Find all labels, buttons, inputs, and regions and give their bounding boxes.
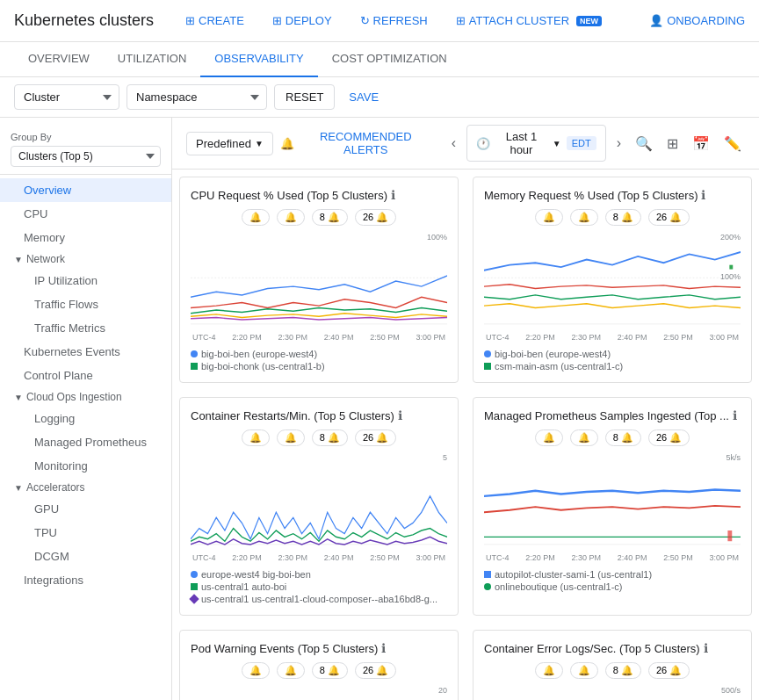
onboarding-button[interactable]: 👤 ONBOARDING <box>649 14 745 27</box>
legend-color <box>484 583 491 590</box>
managed-prometheus-chart-card: Managed Prometheus Samples Ingested (Top… <box>473 397 752 616</box>
sidebar-group-network[interactable]: ▼ Network <box>0 249 171 269</box>
alert-count-8[interactable]: 8 🔔 <box>312 662 348 679</box>
table-view-button[interactable]: ⊞ <box>663 132 682 155</box>
alert-btn-1[interactable]: 🔔 <box>242 429 270 446</box>
edit-button[interactable]: ✏️ <box>720 132 745 155</box>
predefined-button[interactable]: Predefined ▼ <box>186 132 273 155</box>
alert-btn-1[interactable]: 🔔 <box>535 662 563 679</box>
bell-icon: 🔔 <box>543 665 555 676</box>
tab-utilization[interactable]: UTILIZATION <box>104 42 200 77</box>
sidebar-item-overview[interactable]: Overview <box>0 178 171 202</box>
pod-warning-chart-title: Pod Warning Events (Top 5 Clusters) ℹ <box>191 641 447 655</box>
group-by-label: Group By <box>11 132 161 142</box>
save-button[interactable]: SAVE <box>342 85 386 109</box>
sidebar-item-memory[interactable]: Memory <box>0 226 171 249</box>
chart-controls: 🔔 🔔 8 🔔 26 🔔 <box>484 209 741 226</box>
sidebar-item-traffic-metrics[interactable]: Traffic Metrics <box>0 316 171 340</box>
cluster-select[interactable]: Cluster <box>14 84 119 110</box>
alert-btn-2[interactable]: 🔔 <box>277 429 305 446</box>
group-by-select[interactable]: Clusters (Top 5) <box>11 146 161 167</box>
tab-cost-optimization[interactable]: COST OPTIMIZATION <box>318 42 461 77</box>
create-button[interactable]: ⊞ CREATE <box>175 9 255 32</box>
legend-color <box>191 583 198 590</box>
sidebar-item-dcgm[interactable]: DCGM <box>0 545 171 568</box>
y-max-label: 100% <box>427 233 447 242</box>
alert-btn-1[interactable]: 🔔 <box>242 209 270 226</box>
sidebar-item-monitoring[interactable]: Monitoring <box>0 454 171 478</box>
legend-color <box>191 571 198 578</box>
alert-count-8[interactable]: 8 🔔 <box>312 209 348 226</box>
legend-color <box>191 363 198 370</box>
recommended-alerts-button[interactable]: 🔔 RECOMMENDED ALERTS <box>280 130 434 156</box>
alert-count-8[interactable]: 8 🔔 <box>312 429 348 446</box>
legend-color <box>189 594 199 603</box>
chart-controls: 🔔 🔔 8 🔔 26 🔔 <box>191 209 447 226</box>
alert-btn-2[interactable]: 🔔 <box>277 662 305 679</box>
prev-time-button[interactable]: ‹ <box>448 132 459 155</box>
alert-count-26[interactable]: 26 🔔 <box>648 209 690 226</box>
alert-count-8[interactable]: 8 🔔 <box>605 662 641 679</box>
alert-count-8[interactable]: 8 🔔 <box>605 429 641 446</box>
content-area: Predefined ▼ 🔔 RECOMMENDED ALERTS ‹ 🕐 La… <box>172 118 759 700</box>
sidebar-item-tpu[interactable]: TPU <box>0 521 171 545</box>
pod-warning-chart-area: 20 <box>191 686 447 700</box>
reset-button[interactable]: RESET <box>274 84 335 110</box>
alert-btn-2[interactable]: 🔔 <box>277 209 305 226</box>
bell-icon: 🔔 <box>280 137 294 150</box>
sidebar-item-ip-utilization[interactable]: IP Utilization <box>0 269 171 292</box>
alert-btn-2[interactable]: 🔔 <box>570 662 598 679</box>
tab-overview[interactable]: OVERVIEW <box>14 42 104 77</box>
legend-item-2: big-boi-chonk (us-central1-b) <box>191 361 447 372</box>
info-icon[interactable]: ℹ <box>391 188 395 202</box>
info-icon[interactable]: ℹ <box>701 188 705 202</box>
alert-btn-1[interactable]: 🔔 <box>535 429 563 446</box>
namespace-select[interactable]: Namespace <box>126 84 267 110</box>
attach-cluster-button[interactable]: ⊞ ATTACH CLUSTER NEW <box>445 9 612 32</box>
bell-icon: 🔔 <box>285 665 297 676</box>
sidebar-item-control-plane[interactable]: Control Plane <box>0 364 171 387</box>
info-icon[interactable]: ℹ <box>381 641 386 655</box>
alert-count-8[interactable]: 8 🔔 <box>605 209 641 226</box>
alert-btn-1[interactable]: 🔔 <box>535 209 563 226</box>
memory-chart-card: Memory Request % Used (Top 5 Clusters) ℹ… <box>473 177 752 383</box>
info-icon[interactable]: ℹ <box>398 408 402 422</box>
info-icon[interactable]: ℹ <box>733 408 737 422</box>
restarts-chart-title: Container Restarts/Min. (Top 5 Clusters)… <box>191 408 447 422</box>
sidebar-item-cpu[interactable]: CPU <box>0 202 171 226</box>
time-range-button[interactable]: 🕐 Last 1 hour ▼ EDT <box>466 125 606 162</box>
new-badge: NEW <box>576 16 602 26</box>
sidebar-item-gpu[interactable]: GPU <box>0 497 171 521</box>
cpu-chart-card: CPU Request % Used (Top 5 Clusters) ℹ 🔔 … <box>179 177 459 383</box>
expand-icon-accelerators: ▼ <box>14 483 23 493</box>
refresh-button[interactable]: ↻ REFRESH <box>350 9 438 32</box>
legend-color <box>484 350 491 357</box>
bell-icon: 🔔 <box>249 432 262 444</box>
alert-btn-1[interactable]: 🔔 <box>242 662 270 679</box>
bell-icon: 🔔 <box>578 212 590 223</box>
x-axis: UTC-4 2:20 PM 2:30 PM 2:40 PM 2:50 PM 3:… <box>191 333 447 342</box>
sidebar-item-traffic-flows[interactable]: Traffic Flows <box>0 292 171 316</box>
info-icon[interactable]: ℹ <box>704 641 708 655</box>
sidebar-item-logging[interactable]: Logging <box>0 407 171 430</box>
sidebar-group-cloud-ops[interactable]: ▼ Cloud Ops Ingestion <box>0 387 171 407</box>
deploy-button[interactable]: ⊞ DEPLOY <box>262 9 343 32</box>
sidebar-group-accelerators[interactable]: ▼ Accelerators <box>0 478 171 497</box>
sidebar-item-integrations[interactable]: Integrations <box>0 568 171 592</box>
zoom-in-button[interactable]: 🔍 <box>632 132 656 155</box>
sidebar-item-managed-prometheus[interactable]: Managed Prometheus <box>0 430 171 454</box>
alert-count-26[interactable]: 26 🔔 <box>355 662 396 679</box>
alert-count-26[interactable]: 26 🔔 <box>648 429 690 446</box>
error-logs-chart-title: Container Error Logs/Sec. (Top 5 Cluster… <box>484 641 741 655</box>
next-time-button[interactable]: › <box>613 132 625 155</box>
alert-count-26[interactable]: 26 🔔 <box>355 209 396 226</box>
calendar-button[interactable]: 📅 <box>689 132 713 155</box>
alert-count-26[interactable]: 26 🔔 <box>648 662 690 679</box>
alert-count-26[interactable]: 26 🔔 <box>355 429 396 446</box>
chart-controls: 🔔 🔔 8 🔔 26 🔔 <box>484 662 741 679</box>
tab-observability[interactable]: OBSERVABILITY <box>200 42 317 77</box>
cpu-legend: big-boi-ben (europe-west4) big-boi-chonk… <box>191 349 447 372</box>
sidebar-item-kubernetes-events[interactable]: Kubernetes Events <box>0 340 171 364</box>
alert-btn-2[interactable]: 🔔 <box>570 429 598 446</box>
alert-btn-2[interactable]: 🔔 <box>570 209 598 226</box>
